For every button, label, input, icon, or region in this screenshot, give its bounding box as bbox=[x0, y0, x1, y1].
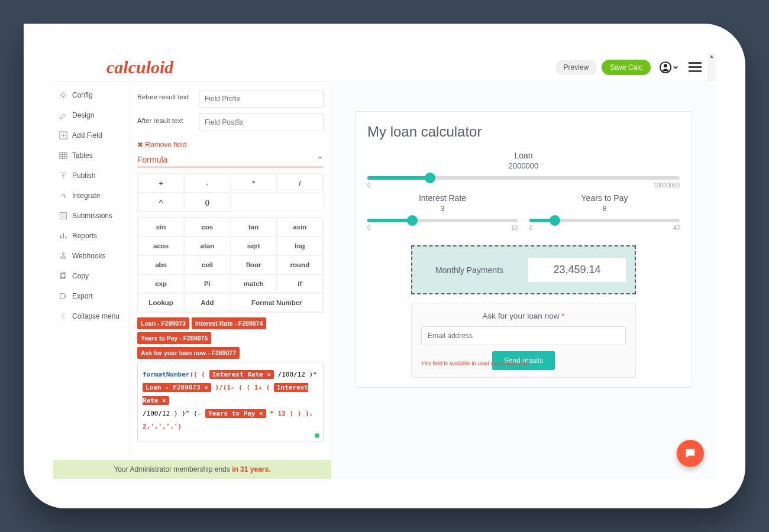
sidebar-item-label: Add Field bbox=[72, 131, 102, 140]
cta-title: Ask for your loan now * bbox=[421, 312, 626, 320]
field-tag-row-2: Years to Pay - F289075 bbox=[137, 332, 324, 344]
op-floor[interactable]: floor bbox=[231, 255, 277, 274]
tag-cta[interactable]: Ask for your loan now - F289077 bbox=[137, 347, 240, 359]
field-editor: Before result text After result text ✖ R… bbox=[130, 82, 331, 479]
calc-card: My loan calculator Loan 2000000 01000000… bbox=[355, 111, 692, 388]
field-prefix-input[interactable] bbox=[199, 90, 324, 108]
operator-basic-grid: + - * / ^ () bbox=[137, 173, 324, 212]
sidebar-item-config[interactable]: Config bbox=[53, 85, 130, 105]
op-paren[interactable]: () bbox=[184, 193, 230, 212]
sidebar-item-label: Webhooks bbox=[72, 252, 105, 260]
op-sin[interactable]: sin bbox=[138, 218, 184, 236]
op-abs[interactable]: abs bbox=[138, 255, 184, 274]
device-frame: calculoid Preview Save Calc Config Desig… bbox=[24, 24, 745, 508]
slider-loan-track[interactable] bbox=[367, 176, 680, 180]
op-cos[interactable]: cos bbox=[184, 218, 230, 236]
field-postfix-input[interactable] bbox=[199, 113, 324, 131]
user-icon bbox=[659, 61, 672, 74]
remove-field-button[interactable]: ✖ Remove field bbox=[137, 141, 186, 149]
slider-rate: Interest Rate 3 010 bbox=[367, 193, 518, 231]
sidebar-item-publish[interactable]: Publish bbox=[53, 166, 130, 186]
op-sqrt[interactable]: sqrt bbox=[231, 236, 277, 255]
field-tag-row-3: Ask for your loan now - F289077 bbox=[137, 347, 324, 359]
op-acos[interactable]: acos bbox=[138, 236, 184, 255]
sidebar-item-label: Tables bbox=[72, 151, 93, 160]
op-lookup[interactable]: Lookup bbox=[138, 293, 184, 312]
svg-point-1 bbox=[664, 64, 667, 67]
sidebar-item-label: Integrate bbox=[72, 192, 100, 200]
op-log[interactable]: log bbox=[277, 236, 323, 255]
slider-rate-value: 3 bbox=[367, 204, 518, 213]
sidebar-item-tables[interactable]: Tables bbox=[53, 145, 130, 166]
app-body: Config Design Add Field Tables Publish I… bbox=[53, 82, 716, 479]
op-pi[interactable]: Pi bbox=[184, 274, 230, 293]
calculator-preview: My loan calculator Loan 2000000 01000000… bbox=[331, 82, 716, 479]
chat-icon bbox=[684, 447, 697, 460]
cta-box: Ask for your loan now * This field is av… bbox=[411, 303, 636, 378]
op-atan[interactable]: atan bbox=[184, 236, 230, 255]
after-result-label: After result text bbox=[137, 113, 192, 124]
op-if[interactable]: if bbox=[277, 274, 323, 293]
op-round[interactable]: round bbox=[277, 255, 323, 274]
save-calc-button[interactable]: Save Calc bbox=[602, 60, 651, 75]
op-power[interactable]: ^ bbox=[138, 193, 184, 212]
op-match[interactable]: match bbox=[231, 274, 277, 293]
op-add[interactable]: Add bbox=[184, 293, 230, 312]
submissions-icon bbox=[59, 212, 67, 220]
table-icon bbox=[59, 151, 67, 160]
user-menu[interactable] bbox=[659, 61, 678, 74]
sidebar-item-label: Collapse menu bbox=[72, 312, 119, 320]
op-plus[interactable]: + bbox=[138, 174, 184, 193]
slider-loan: Loan 2000000 010000000 bbox=[367, 151, 680, 189]
copy-icon bbox=[59, 272, 67, 280]
result-value: 23,459.14 bbox=[528, 257, 626, 283]
slider-years-track[interactable] bbox=[529, 219, 680, 222]
sidebar-item-design[interactable]: Design bbox=[53, 105, 130, 125]
tag-loan[interactable]: Loan - F289073 bbox=[137, 317, 189, 329]
sidebar-item-label: Reports bbox=[72, 232, 97, 240]
slider-loan-label: Loan bbox=[367, 151, 680, 160]
op-formatnumber[interactable]: Format Number bbox=[231, 293, 324, 312]
slider-thumb[interactable] bbox=[425, 173, 435, 183]
gear-icon bbox=[59, 91, 67, 99]
chevron-left-icon bbox=[59, 312, 67, 320]
sidebar-item-copy[interactable]: Copy bbox=[53, 266, 130, 286]
sidebar-item-integrate[interactable]: Integrate bbox=[53, 186, 130, 206]
chat-fab[interactable] bbox=[677, 440, 704, 467]
tag-years[interactable]: Years to Pay - F289075 bbox=[137, 332, 211, 344]
svg-point-2 bbox=[62, 93, 64, 96]
sidebar-item-reports[interactable]: Reports bbox=[53, 226, 130, 246]
op-multiply[interactable]: * bbox=[231, 174, 277, 193]
email-field[interactable] bbox=[421, 326, 626, 345]
sidebar-item-collapse[interactable]: Collapse menu bbox=[53, 306, 130, 326]
slider-loan-value: 2000000 bbox=[367, 161, 680, 170]
membership-banner: Your Administrator membership ends in 31… bbox=[53, 460, 331, 479]
sidebar-item-export[interactable]: Export bbox=[53, 286, 130, 306]
svg-rect-4 bbox=[60, 153, 67, 159]
sidebar-item-webhooks[interactable]: Webhooks bbox=[53, 246, 130, 266]
design-icon bbox=[59, 111, 67, 119]
op-exp[interactable]: exp bbox=[138, 274, 184, 293]
slider-rate-label: Interest Rate bbox=[367, 193, 518, 203]
sidebar-item-add-field[interactable]: Add Field bbox=[53, 125, 130, 145]
op-minus[interactable]: - bbox=[184, 174, 230, 193]
formula-editor[interactable]: formatNumber(( ( Interest Rate × /100/12… bbox=[137, 362, 324, 442]
sidebar-item-label: Config bbox=[72, 91, 93, 99]
result-box[interactable]: Monthly Payments 23,459.14 bbox=[411, 245, 636, 294]
op-ceil[interactable]: ceil bbox=[184, 255, 230, 274]
slider-rate-track[interactable] bbox=[367, 219, 518, 222]
tag-rate[interactable]: Interest Rate - F289074 bbox=[192, 317, 266, 329]
webhook-icon bbox=[59, 252, 67, 260]
slider-years-label: Years to Pay bbox=[529, 193, 680, 203]
publish-icon bbox=[59, 171, 67, 180]
menu-icon[interactable] bbox=[689, 62, 702, 72]
preview-button[interactable]: Preview bbox=[555, 60, 597, 75]
svg-rect-5 bbox=[60, 213, 67, 219]
op-asin[interactable]: asin bbox=[277, 218, 323, 236]
formula-section-header[interactable]: Formula ⌃ bbox=[137, 155, 324, 167]
op-tan[interactable]: tan bbox=[231, 218, 277, 236]
sidebar-item-submissions[interactable]: Submissions bbox=[53, 206, 130, 226]
sidebar-item-label: Export bbox=[72, 292, 93, 300]
sidebar-item-label: Publish bbox=[72, 171, 95, 180]
op-divide[interactable]: / bbox=[277, 174, 323, 193]
